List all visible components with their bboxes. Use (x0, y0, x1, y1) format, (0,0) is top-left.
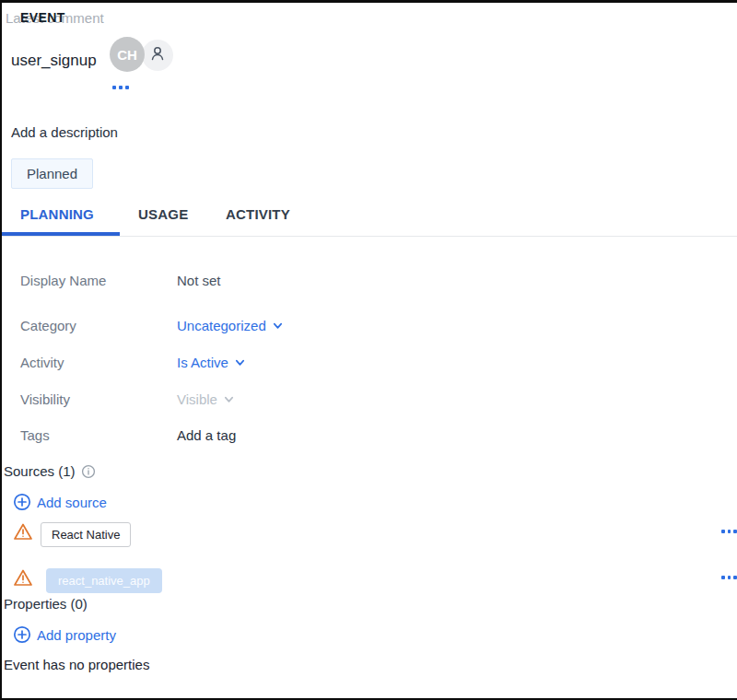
category-dropdown[interactable]: Uncategorized (177, 318, 284, 333)
properties-empty-message: Event has no properties (4, 657, 149, 672)
assign-user-button[interactable] (142, 40, 173, 71)
field-label: Display Name (20, 273, 177, 288)
source-chip-label: React Native (52, 528, 120, 542)
field-row-visibility: Visibility Visible (20, 391, 737, 407)
add-tag-field[interactable]: Add a tag (177, 427, 236, 443)
activity-value: Is Active (177, 355, 228, 370)
field-row-category: Category Uncategorized (20, 317, 737, 333)
add-description-field[interactable]: Add a description (11, 124, 118, 140)
field-label: Category (20, 318, 177, 333)
more-options-icon[interactable] (112, 86, 129, 89)
avatar-initials: CH (117, 47, 137, 63)
category-value: Uncategorized (177, 318, 266, 333)
field-row-display-name: Display Name Not set (20, 272, 737, 288)
field-label: Activity (20, 355, 177, 370)
sources-section-heading: Sources (1) (4, 463, 96, 479)
circled-plus-icon (13, 625, 31, 644)
chevron-down-icon (272, 320, 284, 332)
sources-heading-label: Sources (1) (4, 463, 76, 479)
display-name-value[interactable]: Not set (177, 273, 221, 288)
add-source-label: Add source (37, 495, 107, 510)
chevron-down-icon (223, 393, 235, 405)
event-detail-panel: Latest comment EVENT user_signup CH Add … (2, 3, 737, 698)
field-label: Tags (20, 427, 177, 443)
status-badge[interactable]: Planned (11, 158, 93, 189)
person-icon (148, 44, 167, 66)
field-row-activity: Activity Is Active (20, 354, 737, 370)
source-chip[interactable]: React Native (41, 522, 131, 547)
add-source-button[interactable]: Add source (13, 493, 107, 511)
properties-heading-label: Properties (0) (4, 596, 88, 612)
info-icon[interactable] (81, 464, 96, 479)
event-type-label: EVENT (20, 10, 65, 25)
chevron-down-icon (234, 356, 246, 368)
source-more-options-icon[interactable] (721, 576, 737, 579)
field-row-tags: Tags Add a tag (20, 426, 737, 443)
visibility-dropdown[interactable]: Visible (177, 391, 235, 407)
warning-icon (13, 522, 33, 545)
properties-section-heading: Properties (0) (4, 596, 88, 612)
tab-usage[interactable]: USAGE (138, 206, 188, 222)
visibility-value: Visible (177, 391, 217, 407)
activity-dropdown[interactable]: Is Active (177, 355, 246, 370)
status-badge-label: Planned (27, 166, 77, 181)
add-property-label: Add property (37, 627, 116, 643)
source-selected-pill[interactable]: react_native_app (46, 568, 162, 593)
source-more-options-icon[interactable] (721, 530, 737, 533)
avatar[interactable]: CH (110, 37, 145, 72)
tab-divider (2, 236, 737, 237)
tab-activity[interactable]: ACTIVITY (226, 206, 290, 222)
source-pill-label: react_native_app (58, 574, 150, 588)
circled-plus-icon (13, 493, 31, 511)
warning-icon (13, 568, 33, 591)
field-label: Visibility (20, 391, 177, 407)
add-property-button[interactable]: Add property (13, 625, 116, 644)
event-name-title: user_signup (11, 52, 97, 70)
tab-planning[interactable]: PLANNING (20, 206, 94, 222)
